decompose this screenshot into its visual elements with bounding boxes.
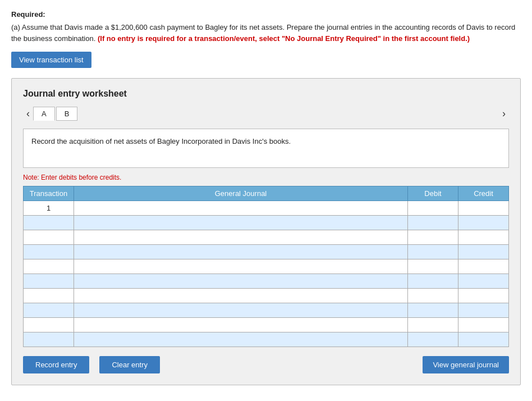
col-header-credit: Credit <box>458 186 509 201</box>
credit-input[interactable] <box>458 201 508 215</box>
part-a-label: (a) <box>11 23 20 31</box>
journal-table: Transaction General Journal Debit Credit… <box>23 186 509 347</box>
general-journal-input[interactable] <box>74 303 407 317</box>
table-row <box>24 216 509 230</box>
highlight-body: (If no entry is required for a transacti… <box>98 34 470 43</box>
tabs-row: ‹ A B › <box>23 107 509 121</box>
next-tab-arrow[interactable]: › <box>499 107 509 121</box>
credit-cell[interactable] <box>458 201 509 216</box>
transaction-cell <box>24 216 74 230</box>
debit-input[interactable] <box>408 216 458 230</box>
debit-input[interactable] <box>408 318 458 332</box>
general-journal-cell[interactable] <box>74 216 408 230</box>
record-entry-button[interactable]: Record entry <box>23 356 89 373</box>
view-general-journal-button[interactable]: View general journal <box>423 356 509 373</box>
debit-input[interactable] <box>408 230 458 244</box>
credit-input[interactable] <box>458 274 508 288</box>
credit-cell[interactable] <box>458 289 509 303</box>
table-row <box>24 332 509 347</box>
credit-cell[interactable] <box>458 259 509 274</box>
credit-cell[interactable] <box>458 303 509 318</box>
debit-cell[interactable] <box>408 245 458 259</box>
table-row <box>24 230 509 245</box>
credit-input[interactable] <box>458 332 508 347</box>
credit-cell[interactable] <box>458 230 509 245</box>
credit-input[interactable] <box>458 318 508 332</box>
tab-b[interactable]: B <box>56 107 78 121</box>
general-journal-cell[interactable] <box>74 318 408 332</box>
credit-input[interactable] <box>458 216 508 230</box>
debit-input[interactable] <box>408 201 458 215</box>
credit-input[interactable] <box>458 245 508 259</box>
credit-input[interactable] <box>458 230 508 244</box>
required-label: Required: <box>11 10 521 19</box>
worksheet-title: Journal entry worksheet <box>23 89 509 99</box>
note-text: Note: Enter debits before credits. <box>23 174 509 181</box>
col-header-transaction: Transaction <box>24 186 74 201</box>
table-row <box>24 245 509 259</box>
transaction-cell <box>24 230 74 245</box>
debit-cell[interactable] <box>408 230 458 245</box>
transaction-cell <box>24 332 74 347</box>
credit-input[interactable] <box>458 303 508 317</box>
general-journal-cell[interactable] <box>74 259 408 274</box>
general-journal-cell[interactable] <box>74 274 408 289</box>
credit-cell[interactable] <box>458 216 509 230</box>
credit-cell[interactable] <box>458 274 509 289</box>
table-row <box>24 303 509 318</box>
general-journal-input[interactable] <box>74 230 407 244</box>
general-journal-input[interactable] <box>74 318 407 332</box>
description-box: Record the acquisition of net assets of … <box>23 129 509 168</box>
debit-cell[interactable] <box>408 201 458 216</box>
transaction-cell: 1 <box>24 201 74 216</box>
tab-a[interactable]: A <box>33 107 55 121</box>
debit-cell[interactable] <box>408 332 458 347</box>
general-journal-input[interactable] <box>74 332 407 347</box>
col-header-general-journal: General Journal <box>74 186 408 201</box>
transaction-cell <box>24 318 74 332</box>
col-header-debit: Debit <box>408 186 458 201</box>
transaction-cell <box>24 274 74 289</box>
clear-entry-button[interactable]: Clear entry <box>99 356 160 373</box>
general-journal-cell[interactable] <box>74 230 408 245</box>
view-transaction-button[interactable]: View transaction list <box>11 52 91 68</box>
general-journal-input[interactable] <box>74 201 407 215</box>
credit-cell[interactable] <box>458 318 509 332</box>
general-journal-cell[interactable] <box>74 245 408 259</box>
buttons-row: Record entry Clear entry View general jo… <box>23 356 509 373</box>
credit-cell[interactable] <box>458 332 509 347</box>
credit-input[interactable] <box>458 259 508 274</box>
general-journal-cell[interactable] <box>74 201 408 216</box>
debit-cell[interactable] <box>408 289 458 303</box>
debit-input[interactable] <box>408 332 458 347</box>
general-journal-cell[interactable] <box>74 303 408 318</box>
debit-cell[interactable] <box>408 318 458 332</box>
debit-input[interactable] <box>408 303 458 317</box>
debit-input[interactable] <box>408 289 458 303</box>
general-journal-input[interactable] <box>74 216 407 230</box>
table-row <box>24 274 509 289</box>
general-journal-input[interactable] <box>74 274 407 288</box>
debit-input[interactable] <box>408 245 458 259</box>
worksheet-container: Journal entry worksheet ‹ A B › Record t… <box>11 78 521 385</box>
table-row <box>24 318 509 332</box>
transaction-cell <box>24 289 74 303</box>
general-journal-cell[interactable] <box>74 332 408 347</box>
general-journal-cell[interactable] <box>74 289 408 303</box>
credit-input[interactable] <box>458 289 508 303</box>
general-journal-input[interactable] <box>74 259 407 274</box>
prev-tab-arrow[interactable]: ‹ <box>23 107 33 121</box>
table-row <box>24 289 509 303</box>
debit-cell[interactable] <box>408 259 458 274</box>
instructions: (a) Assume that Davis made a $1,200,600 … <box>11 22 521 44</box>
general-journal-input[interactable] <box>74 289 407 303</box>
debit-cell[interactable] <box>408 216 458 230</box>
debit-cell[interactable] <box>408 303 458 318</box>
debit-input[interactable] <box>408 259 458 274</box>
general-journal-input[interactable] <box>74 245 407 259</box>
credit-cell[interactable] <box>458 245 509 259</box>
debit-cell[interactable] <box>408 274 458 289</box>
table-row: 1 <box>24 201 509 216</box>
transaction-cell <box>24 303 74 318</box>
debit-input[interactable] <box>408 274 458 288</box>
